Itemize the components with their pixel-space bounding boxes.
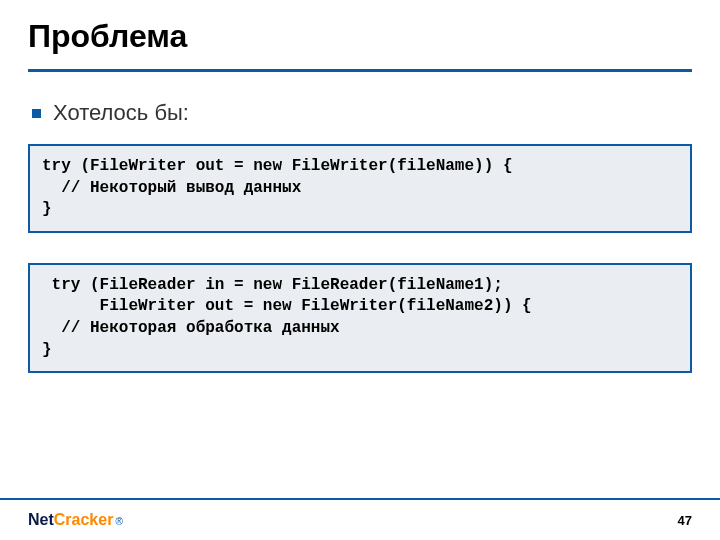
title-underline [28,69,692,72]
logo: NetCracker® [28,511,123,529]
bullet-item: Хотелось бы: [32,100,692,126]
code-block-1: try (FileWriter out = new FileWriter(fil… [28,144,692,233]
slide: Проблема Хотелось бы: try (FileWriter ou… [0,0,720,540]
bullet-text: Хотелось бы: [53,100,189,126]
logo-part-cracker: Cracker [54,511,114,529]
bullet-square-icon [32,109,41,118]
page-title: Проблема [28,18,692,55]
code-block-2: try (FileReader in = new FileReader(file… [28,263,692,373]
logo-part-net: Net [28,511,54,529]
logo-registered-icon: ® [115,516,122,527]
footer: NetCracker® 47 [0,498,720,540]
page-number: 47 [678,513,692,528]
